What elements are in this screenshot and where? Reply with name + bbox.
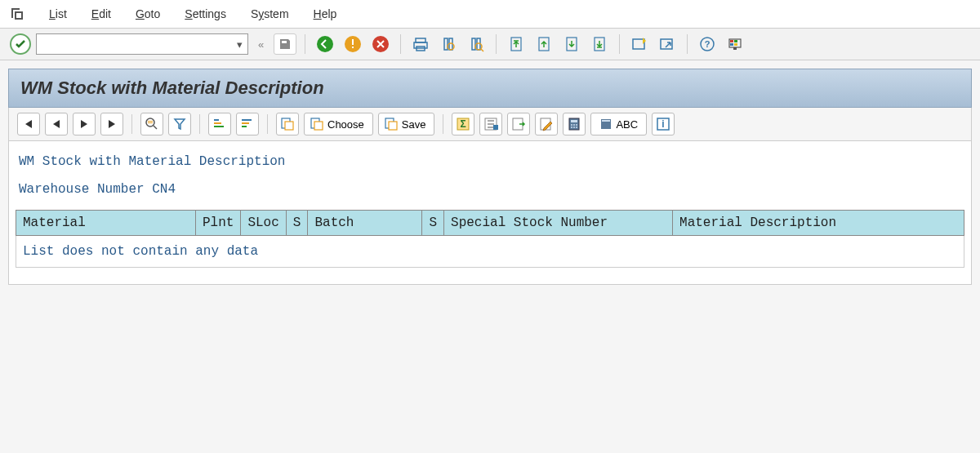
svg-point-47 xyxy=(576,124,577,126)
first-page-button[interactable] xyxy=(505,33,528,55)
edit-button[interactable] xyxy=(535,113,558,135)
separator xyxy=(443,114,443,134)
svg-point-46 xyxy=(573,124,575,126)
svg-rect-21 xyxy=(733,47,737,50)
col-special-stock[interactable]: Special Stock Number xyxy=(444,211,673,236)
menu-help[interactable]: Help xyxy=(314,7,337,20)
abc-button[interactable]: ABC xyxy=(590,113,647,135)
save-button[interactable] xyxy=(274,33,296,55)
svg-point-49 xyxy=(573,127,575,128)
separator xyxy=(199,114,200,134)
back-button[interactable] xyxy=(314,33,336,55)
svg-point-50 xyxy=(576,127,577,128)
help-button[interactable]: ? xyxy=(696,33,719,55)
svg-rect-30 xyxy=(242,126,247,127)
col-batch[interactable]: Batch xyxy=(308,211,422,236)
svg-rect-19 xyxy=(730,43,733,46)
col-material[interactable]: Material xyxy=(16,211,196,236)
menu-goto[interactable]: Goto xyxy=(136,7,160,20)
first-record-button[interactable] xyxy=(17,113,40,135)
next-page-button[interactable] xyxy=(560,33,583,55)
svg-rect-24 xyxy=(148,122,153,123)
find-button[interactable] xyxy=(437,33,460,55)
svg-point-6 xyxy=(448,43,454,50)
report-body: WM Stock with Material Description Wareh… xyxy=(8,141,972,285)
warehouse-line: Warehouse Number CN4 xyxy=(16,182,964,197)
save-layout-button[interactable]: Save xyxy=(378,113,435,135)
svg-rect-28 xyxy=(242,119,252,121)
separator xyxy=(131,114,132,134)
sort-desc-button[interactable] xyxy=(236,113,259,135)
svg-rect-26 xyxy=(214,122,221,124)
app-icon[interactable] xyxy=(10,7,24,21)
svg-point-7 xyxy=(475,43,482,50)
next-record-button[interactable] xyxy=(73,113,96,135)
svg-rect-20 xyxy=(734,43,737,46)
menu-system[interactable]: System xyxy=(251,7,289,20)
choose-label: Choose xyxy=(327,118,364,131)
svg-rect-18 xyxy=(734,40,737,42)
calculator-button[interactable] xyxy=(563,113,586,135)
last-record-button[interactable] xyxy=(100,113,123,135)
col-s1[interactable]: S xyxy=(286,211,308,236)
menu-edit[interactable]: Edit xyxy=(91,7,111,20)
separator xyxy=(687,34,688,54)
result-table: Material Plnt SLoc S Batch S Special Sto… xyxy=(16,210,964,268)
filter-button[interactable] xyxy=(168,113,191,135)
layout-button[interactable] xyxy=(724,33,746,55)
subtotal-button[interactable] xyxy=(479,113,502,135)
choose-button[interactable]: Choose xyxy=(304,113,373,135)
application-toolbar: Choose Save Σ ABC i xyxy=(8,108,972,141)
separator xyxy=(400,34,401,54)
print-button[interactable] xyxy=(409,33,432,55)
svg-point-48 xyxy=(571,127,572,128)
prev-record-button[interactable] xyxy=(45,113,68,135)
sort-asc-button[interactable] xyxy=(208,113,231,135)
svg-rect-23 xyxy=(148,121,153,122)
create-shortcut-button[interactable] xyxy=(656,33,679,55)
sum-button[interactable]: Σ xyxy=(452,113,474,135)
svg-text:Σ: Σ xyxy=(461,118,466,130)
command-dropdown-icon[interactable]: ▾ xyxy=(231,38,247,51)
svg-text:i: i xyxy=(662,118,665,130)
svg-text:?: ? xyxy=(705,39,710,49)
export-button[interactable] xyxy=(507,113,530,135)
find-next-button[interactable] xyxy=(465,33,488,55)
col-sloc[interactable]: SLoc xyxy=(241,211,286,236)
menu-list[interactable]: List xyxy=(49,7,67,20)
new-session-button[interactable] xyxy=(628,33,651,55)
svg-rect-40 xyxy=(493,125,498,130)
separator xyxy=(496,34,497,54)
svg-rect-17 xyxy=(730,40,733,42)
layout-change-button[interactable] xyxy=(276,113,299,135)
svg-rect-44 xyxy=(571,120,577,122)
separator xyxy=(267,114,268,134)
col-s2[interactable]: S xyxy=(422,211,444,236)
col-plnt[interactable]: Plnt xyxy=(196,211,241,236)
svg-rect-34 xyxy=(314,122,323,130)
abc-label: ABC xyxy=(616,118,638,131)
standard-toolbar: ▾ « ? xyxy=(0,29,980,60)
command-field-input[interactable] xyxy=(37,34,231,54)
warehouse-label: Warehouse Number xyxy=(19,182,145,197)
svg-rect-12 xyxy=(633,39,644,49)
svg-rect-36 xyxy=(389,122,397,130)
svg-point-45 xyxy=(571,124,572,126)
cancel-button[interactable] xyxy=(369,33,392,55)
empty-row: List does not contain any data xyxy=(16,236,964,268)
col-material-desc[interactable]: Material Description xyxy=(673,211,964,236)
exit-button[interactable] xyxy=(341,33,364,55)
prev-page-button[interactable] xyxy=(532,33,555,55)
menu-bar: List Edit Goto Settings System Help xyxy=(0,0,980,29)
enter-button[interactable] xyxy=(10,33,31,55)
svg-point-0 xyxy=(317,36,333,52)
collapse-icon[interactable]: « xyxy=(258,38,264,51)
warehouse-value: CN4 xyxy=(152,182,176,197)
command-field-combo[interactable]: ▾ xyxy=(36,33,248,55)
page-title: WM Stock with Material Description xyxy=(8,69,972,108)
last-page-button[interactable] xyxy=(588,33,611,55)
details-button[interactable] xyxy=(140,113,163,135)
info-button[interactable]: i xyxy=(652,113,675,135)
save-label: Save xyxy=(402,118,426,131)
menu-settings[interactable]: Settings xyxy=(185,7,226,20)
